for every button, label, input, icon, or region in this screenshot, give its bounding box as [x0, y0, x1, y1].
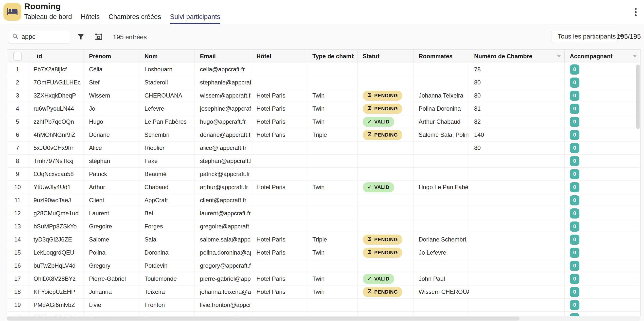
- table-row[interactable]: 18KFYoiepUzEHPJohannaTeixeirajohanna.tei…: [7, 285, 640, 298]
- cell-numero-chambre: [469, 312, 564, 316]
- cell-roommates: [414, 63, 469, 76]
- cell-accompagnant: 0: [564, 141, 640, 154]
- status-badge-pending: PENDING: [363, 287, 402, 297]
- table-row[interactable]: 9OJqNcxvcau58PatrickBeaumépatrick@appcra…: [7, 168, 640, 181]
- accompagnant-count-badge: 0: [570, 235, 580, 245]
- participants-filter-select[interactable]: Tous les participants: [552, 30, 618, 43]
- check-icon: ✓: [367, 118, 372, 125]
- cell-roommates: [414, 298, 469, 312]
- table-row[interactable]: 4ru6wPyouLN44JoLefevrejosephine@appcraft…: [7, 102, 640, 115]
- cell-roommates: Wissem CHEROUANA: [414, 285, 469, 298]
- table-row[interactable]: 20KMQxp8Xq1NplRestaurationTestgregory+te…: [7, 312, 640, 316]
- cell-numero-chambre: [469, 259, 564, 272]
- table-row[interactable]: 16buTwZpHqLV4dGregoryPotdevingregory@app…: [7, 259, 640, 272]
- check-icon: ✓: [367, 184, 372, 190]
- sort-icon[interactable]: [557, 55, 561, 58]
- cell-type-chambre: Twin: [307, 285, 358, 298]
- cell-numero-chambre: 78: [469, 63, 564, 76]
- cell-email: josephine@appcraft...: [195, 102, 251, 115]
- cell-nom: Lefevre: [139, 102, 195, 115]
- table-row[interactable]: 14tyD3qGi2J6ZESalomeSalasalome.sala@appc…: [7, 233, 640, 246]
- sort-icon[interactable]: [633, 55, 637, 58]
- table-row[interactable]: 13bSuMPp8ZSkYoGregoireForgesgregoire@app…: [7, 220, 640, 233]
- kebab-menu-icon[interactable]: [631, 7, 640, 18]
- tab-tableau-de-bord[interactable]: Tableau de bord: [24, 13, 72, 24]
- cell-roommates: [414, 259, 469, 272]
- tab-chambres-cr-es[interactable]: Chambres créées: [108, 13, 161, 24]
- cell-roommates: [414, 141, 469, 154]
- cell-nom: AppCraft: [139, 194, 195, 207]
- row-number: 1: [7, 63, 28, 76]
- cell-statut: [358, 259, 414, 272]
- cell-type-chambre: [307, 220, 358, 233]
- cell-roommates: John Paul: [414, 272, 469, 285]
- cell-accompagnant: 0: [564, 89, 640, 102]
- vertical-scrollbar-thumb[interactable]: [636, 64, 640, 129]
- cell-statut: [358, 154, 414, 168]
- horizontal-scrollbar[interactable]: [7, 316, 640, 321]
- select-all-checkbox[interactable]: [13, 52, 22, 61]
- table-row[interactable]: 8Tmh797NsTkxjstéphanFakestephan@appcraft…: [7, 154, 640, 168]
- cell-accompagnant: 0: [564, 102, 640, 115]
- search-box: [8, 30, 70, 44]
- cell-nom: Bel: [139, 207, 195, 220]
- cell-numero-chambre: 80: [469, 89, 564, 102]
- table-row[interactable]: 33ZXHxqkDheqPWissemCHEROUANAwissem@appcr…: [7, 89, 640, 102]
- cell-id: ru6wPyouLN44: [28, 102, 84, 115]
- cell-prenom: Salome: [84, 233, 139, 246]
- cell-nom: Le Pan Fabères: [139, 115, 195, 128]
- cell-id: 5xJU0vCHx9hr: [28, 141, 84, 154]
- row-number: 10: [7, 181, 28, 194]
- cell-hotel: [251, 259, 307, 272]
- filter-icon[interactable]: [76, 32, 85, 41]
- cell-roommates: [414, 312, 469, 316]
- cell-accompagnant: 0: [564, 207, 640, 220]
- cell-id: buTwZpHqLV4d: [28, 259, 84, 272]
- tab-h-tels[interactable]: Hôtels: [81, 13, 100, 24]
- col-header-prenom: Prénom: [84, 50, 139, 63]
- cell-email: laurent@appcraft.fr: [195, 207, 251, 220]
- cell-accompagnant: 0: [564, 312, 640, 316]
- status-badge-label: PENDING: [374, 289, 398, 295]
- table-row[interactable]: 1Pb7X2a8ijfcfCéliaLoshouarncelia@appcraf…: [7, 63, 640, 76]
- row-number: 11: [7, 194, 28, 207]
- cell-accompagnant: 0: [564, 272, 640, 285]
- cell-accompagnant: 0: [564, 220, 640, 233]
- cell-statut: [358, 76, 414, 89]
- table-row[interactable]: 75xJU0vCHx9hrAliceRieulieralice@ appcraf…: [7, 141, 640, 154]
- cell-hotel: Hotel Paris: [251, 89, 307, 102]
- table-row[interactable]: 17OhlDX8V28BYzPierre-GabrielToulemondepi…: [7, 272, 640, 285]
- table-row[interactable]: 15LekLoqgrdQEUPolinaDoroninapolina.doron…: [7, 246, 640, 259]
- horizontal-scrollbar-thumb[interactable]: [7, 316, 520, 320]
- cell-statut: PENDING: [358, 246, 414, 259]
- tab-suivi-participants[interactable]: Suivi participants: [170, 13, 220, 24]
- status-badge-valid: ✓VALID: [363, 117, 394, 127]
- status-badge-label: VALID: [374, 185, 390, 190]
- cell-numero-chambre: 140: [469, 128, 564, 141]
- cell-numero-chambre: 80: [469, 76, 564, 89]
- columns-frame-icon[interactable]: [94, 32, 103, 41]
- cell-nom: Beaumé: [139, 168, 195, 181]
- accompagnant-count-badge: 0: [570, 117, 580, 127]
- table-row[interactable]: 64hMOhNGnr9iZDorianeSchembridoriane@appc…: [7, 128, 640, 141]
- table-row[interactable]: 119uzl90woTaeJClientAppCraftclient@appcr…: [7, 194, 640, 207]
- cell-nom: Chabaud: [139, 181, 195, 194]
- cell-email: arthur@appcraft.fr: [195, 181, 251, 194]
- search-input[interactable]: [22, 33, 63, 41]
- cell-type-chambre: [307, 168, 358, 181]
- cell-hotel: [251, 298, 307, 312]
- accompagnant-count-badge: 0: [570, 222, 580, 232]
- table-row[interactable]: 27OmFUAG1LHEcStefStaderolistephanie@appc…: [7, 76, 640, 89]
- table-row[interactable]: 19PMdAGi6mlvbZLivieFrontonlivie.fronton@…: [7, 298, 640, 312]
- cell-nom: Potdevin: [139, 259, 195, 272]
- table-row[interactable]: 5zzhfPb7qeOQnHugoLe Pan Fabèreshugo@appc…: [7, 115, 640, 128]
- table-row[interactable]: 10YtiUwJIy4Ud1ArthurChabaudarthur@appcra…: [7, 181, 640, 194]
- cell-id: 3ZXHxqkDheqP: [28, 89, 84, 102]
- table-row[interactable]: 12g28CMuQme1udLaurentBellaurent@appcraft…: [7, 207, 640, 220]
- cell-prenom: Laurent: [84, 207, 139, 220]
- cell-numero-chambre: 81: [469, 102, 564, 115]
- cell-type-chambre: Triple: [307, 128, 358, 141]
- cell-accompagnant: 0: [564, 154, 640, 168]
- cell-numero-chambre: [469, 181, 564, 194]
- cell-statut: ✓VALID: [358, 181, 414, 194]
